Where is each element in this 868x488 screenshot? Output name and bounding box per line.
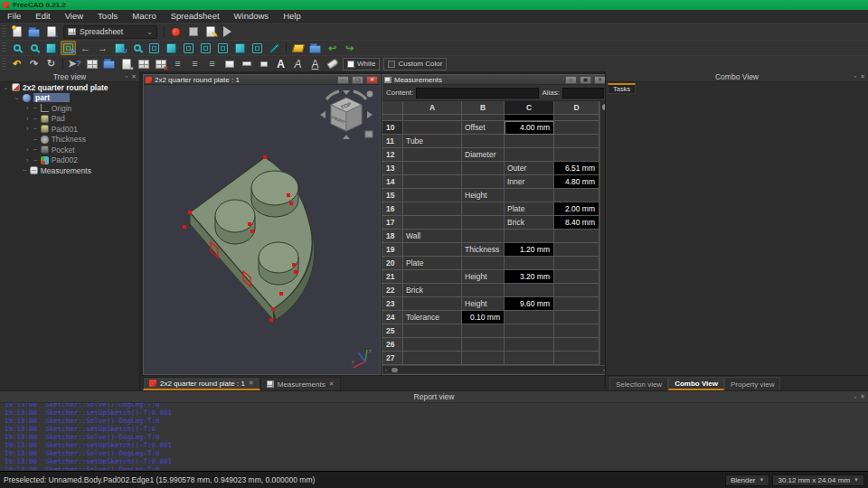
cell-c19[interactable]: 1.20 mm — [505, 243, 554, 257]
close-tab-icon[interactable]: ✕ — [249, 380, 254, 387]
row-header-18[interactable]: 18 — [382, 230, 403, 243]
float-panel-icon[interactable]: ▫ — [854, 73, 856, 80]
3d-viewport[interactable]: TOP FRONT z x — [144, 85, 380, 374]
align-left-button[interactable]: ≡ — [170, 57, 185, 71]
row-header-17[interactable]: 17 — [382, 216, 403, 230]
tab-selection-view[interactable]: Selection view — [609, 377, 668, 390]
menu-item-view[interactable]: View — [58, 10, 90, 22]
isometric-view-button[interactable] — [43, 41, 59, 55]
refresh-button[interactable]: ↻ — [43, 57, 59, 71]
column-header-b[interactable]: B — [462, 101, 505, 115]
cell-a19[interactable] — [403, 243, 462, 257]
view-front-button[interactable] — [164, 41, 179, 55]
cell-format-button[interactable] — [84, 57, 99, 71]
close-panel-icon[interactable]: ✕ — [860, 393, 865, 400]
cell-d12[interactable] — [554, 148, 599, 162]
cell-c27[interactable] — [505, 352, 554, 365]
nav-forward-button[interactable]: → — [95, 41, 110, 55]
row-header-27[interactable]: 27 — [382, 352, 403, 365]
cell-c22[interactable] — [505, 284, 554, 297]
cell-a24[interactable]: Tolerance — [403, 311, 462, 324]
close-button[interactable]: ✕ — [366, 76, 378, 84]
row-header-20[interactable]: 20 — [382, 257, 403, 270]
split-cell-button[interactable]: ✕ — [153, 57, 168, 71]
cell-c10[interactable]: 4.00 mm — [505, 121, 554, 135]
menu-item-windows[interactable]: Windows — [227, 10, 277, 22]
tree-item-pad001[interactable]: ›−Pad001 — [0, 124, 139, 135]
redo-button[interactable]: ↷ — [26, 57, 42, 71]
row-header-13[interactable]: 13 — [382, 162, 403, 175]
cell-c11[interactable] — [505, 135, 554, 148]
menu-item-tools[interactable]: Tools — [90, 10, 125, 22]
float-panel-icon[interactable]: ▫ — [126, 73, 127, 80]
merge-cells-button[interactable] — [136, 57, 151, 71]
axonometric-view-button[interactable] — [146, 41, 162, 55]
cell-c25[interactable] — [505, 324, 554, 338]
view-bottom-button[interactable] — [232, 41, 248, 55]
cell-d27[interactable] — [554, 352, 599, 365]
zoom-selection-button[interactable] — [26, 41, 42, 55]
cell-a13[interactable] — [403, 162, 462, 175]
view-rear-button[interactable] — [215, 41, 231, 55]
cell-a26[interactable] — [403, 338, 462, 352]
row-header-19[interactable]: 19 — [382, 243, 403, 257]
cell-b19[interactable]: Thickness — [462, 243, 505, 257]
menu-item-help[interactable]: Help — [276, 10, 308, 22]
expand-icon[interactable]: ⌄ — [3, 84, 9, 91]
cell-c26[interactable] — [505, 338, 554, 352]
row-header-16[interactable]: 16 — [382, 202, 403, 216]
horizontal-scrollbar[interactable]: ‹ › — [382, 365, 608, 372]
cell-b27[interactable] — [462, 352, 505, 365]
dimension-dropdown[interactable]: 30.12 mm x 24.04 mm ▼ — [772, 474, 864, 486]
unlink-button[interactable]: ↪ — [342, 41, 357, 55]
cell-b15[interactable]: Height — [462, 189, 505, 202]
cell-d24[interactable] — [554, 311, 599, 324]
cell-c12[interactable] — [505, 148, 554, 162]
cell-d16[interactable]: 2.00 mm — [554, 202, 599, 216]
workbench-selector[interactable]: Spreadsheet ⌄ — [63, 25, 157, 39]
row-header-12[interactable]: 12 — [382, 148, 403, 162]
cell-a11[interactable]: Tube — [403, 135, 462, 148]
fit-all-button[interactable] — [9, 41, 24, 55]
column-header-c[interactable]: C — [505, 101, 554, 115]
minimize-button[interactable]: – — [337, 76, 349, 84]
cell-b10[interactable]: Offset — [462, 121, 505, 135]
row-header-10[interactable]: 10 — [382, 121, 403, 135]
report-log[interactable]: 19:13:00 Sketcher::Solve()-DogLeg-T:019:… — [0, 403, 868, 470]
open-file-button[interactable] — [26, 24, 42, 39]
expand-icon[interactable]: › — [24, 105, 31, 111]
bold-button[interactable]: A — [273, 57, 288, 71]
expand-icon[interactable]: › — [24, 126, 31, 132]
corner-cell[interactable] — [382, 101, 403, 115]
horizontal-scroll-knob[interactable] — [392, 368, 398, 372]
underline-button[interactable]: A — [307, 57, 323, 71]
view-top-button[interactable] — [181, 41, 196, 55]
cell-c15[interactable] — [505, 189, 554, 202]
restore-button[interactable]: ▢ — [352, 76, 363, 84]
cell-d25[interactable] — [554, 324, 599, 338]
tab-property-view[interactable]: Property view — [724, 377, 780, 390]
import-sheet-button[interactable] — [101, 57, 117, 71]
save-file-button[interactable]: ↓ — [43, 24, 59, 39]
measure-button[interactable] — [267, 41, 282, 55]
cell-b26[interactable] — [462, 338, 505, 352]
cell-b22[interactable] — [462, 284, 505, 297]
cell-c23[interactable]: 9.60 mm — [505, 297, 554, 311]
part-button[interactable] — [290, 41, 306, 55]
cell-b24[interactable]: 0.10 mm — [462, 311, 505, 324]
close-panel-icon[interactable]: ✕ — [860, 73, 865, 80]
expand-icon[interactable]: ⌄ — [14, 94, 20, 101]
expand-icon[interactable]: › — [24, 116, 31, 122]
macro-edit-button[interactable]: ✎ — [203, 24, 218, 39]
cell-c16[interactable]: Plate — [505, 202, 554, 216]
cell-d19[interactable] — [554, 243, 599, 257]
cell-a23[interactable] — [403, 297, 462, 311]
cell-a10[interactable] — [403, 121, 462, 135]
cell-d21[interactable] — [554, 270, 599, 284]
white-bg-toggle[interactable]: White — [343, 58, 380, 70]
cell-a16[interactable] — [403, 202, 462, 216]
tree-item-pad[interactable]: ›−Pad — [0, 114, 139, 125]
row-header-22[interactable]: 22 — [382, 284, 403, 297]
3d-view-titlebar[interactable]: 2x2 quarter round plate : 1 – ▢ ✕ — [144, 75, 380, 85]
cell-d22[interactable] — [554, 284, 599, 297]
